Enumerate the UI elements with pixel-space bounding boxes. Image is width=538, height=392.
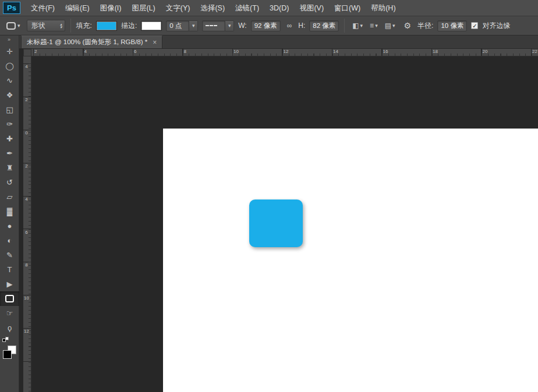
rounded-rectangle-tool[interactable]: [0, 291, 19, 306]
chevron-down-icon[interactable]: ▾: [225, 20, 234, 31]
marquee-tool[interactable]: ◯: [0, 59, 19, 73]
path-operations-button[interactable]: ◧▾: [350, 20, 365, 31]
align-edges-label: 对齐边缘: [482, 21, 510, 31]
default-colors-icon[interactable]: [2, 337, 9, 343]
align-edges-checkbox[interactable]: ✓: [471, 22, 478, 29]
v-ruler-label: 2: [24, 98, 29, 102]
hand-tool[interactable]: ☞: [0, 306, 19, 320]
quick-selection-tool[interactable]: ❖: [0, 88, 19, 102]
dodge-tool[interactable]: ◐: [0, 233, 19, 248]
pasteboard: [20, 49, 538, 392]
brush-tool[interactable]: ✒: [0, 146, 19, 161]
v-ruler-label: 0: [24, 131, 29, 135]
move-tool[interactable]: ✛: [0, 44, 19, 59]
radius-input[interactable]: 10 像素: [437, 20, 467, 31]
v-ruler-label: 6: [24, 230, 29, 234]
h-ruler-label: 8: [184, 49, 186, 54]
menu-filter[interactable]: 滤镜(T): [230, 0, 264, 16]
move-tool-icon: ✛: [6, 48, 13, 55]
spot-healing-tool[interactable]: ✚: [0, 131, 19, 146]
lasso-tool-icon: ∿: [6, 77, 13, 84]
gear-icon[interactable]: ⚙: [402, 19, 414, 32]
gradient-tool[interactable]: ▓: [0, 204, 19, 219]
vertical-ruler[interactable]: 42024681012: [23, 56, 31, 392]
clone-stamp-tool[interactable]: ♜: [0, 161, 19, 175]
height-input[interactable]: 82 像素: [309, 20, 339, 31]
link-dimensions-icon[interactable]: ∞: [285, 20, 295, 31]
menu-file[interactable]: 文件(F): [26, 0, 60, 16]
type-tool[interactable]: T: [0, 262, 19, 277]
document-canvas[interactable]: [163, 129, 538, 392]
tab-title: 未标题-1 @ 100% (圆角矩形 1, RGB/8) *: [27, 38, 147, 47]
zoom-tool[interactable]: ϙ: [0, 320, 19, 335]
v-ruler-label: 10: [24, 296, 29, 300]
menu-items: 文件(F)编辑(E)图像(I)图层(L)文字(Y)选择(S)滤镜(T)3D(D)…: [26, 0, 401, 16]
hand-tool-icon: ☞: [6, 309, 13, 317]
h-ruler-label: 10: [233, 49, 239, 54]
separator: [344, 19, 345, 33]
horizontal-ruler[interactable]: 246810121416182022: [31, 49, 538, 56]
history-brush-tool[interactable]: ↺: [0, 175, 19, 190]
v-ruler-label: 12: [24, 329, 29, 333]
menu-help[interactable]: 帮助(H): [366, 0, 401, 16]
fill-color-swatch[interactable]: [96, 21, 117, 31]
rounded-rectangle-shape[interactable]: [249, 199, 303, 247]
fill-label: 填充:: [76, 21, 92, 31]
rounded-rect-tool-icon: [6, 22, 16, 30]
path-selection-tool[interactable]: ▶: [0, 277, 19, 291]
eyedropper-tool[interactable]: ✑: [0, 117, 19, 131]
document-tab[interactable]: 未标题-1 @ 100% (圆角矩形 1, RGB/8) * ×: [21, 35, 162, 48]
zoom-tool-icon: ϙ: [8, 324, 12, 332]
menu-view[interactable]: 视图(V): [294, 0, 329, 16]
menu-edit[interactable]: 编辑(E): [60, 0, 95, 16]
tools-panel: » ✛◯∿❖◱✑✚✒♜↺▱▓●◐✎T▶☞ϙ: [0, 35, 19, 392]
crop-tool[interactable]: ◱: [0, 102, 19, 117]
tool-mode-value: 形状: [31, 21, 45, 31]
menu-window[interactable]: 窗口(W): [329, 0, 366, 16]
stroke-style-select[interactable]: ▾: [202, 20, 234, 31]
dodge-tool-icon: ◐: [8, 237, 12, 244]
foreground-color-swatch[interactable]: [3, 350, 12, 359]
menu-type[interactable]: 文字(Y): [161, 0, 196, 16]
menu-3d[interactable]: 3D(D): [264, 0, 294, 16]
eraser-tool[interactable]: ▱: [0, 190, 19, 204]
photoshop-window: Ps 文件(F)编辑(E)图像(I)图层(L)文字(Y)选择(S)滤镜(T)3D…: [0, 0, 538, 392]
path-arrange-button[interactable]: ▤▾: [383, 20, 398, 31]
blur-tool[interactable]: ●: [0, 219, 19, 233]
stroke-width-combo[interactable]: 0 点 ▾: [166, 20, 198, 31]
quick-selection-tool-icon: ❖: [6, 91, 13, 99]
clone-stamp-tool-icon: ♜: [6, 164, 13, 172]
eyedropper-tool-icon: ✑: [6, 120, 13, 128]
tool-mode-select[interactable]: 形状 ▴ ▾: [27, 20, 65, 31]
h-ruler-label: 20: [483, 49, 488, 54]
menu-select[interactable]: 选择(S): [195, 0, 230, 16]
dashed-line-icon: [206, 25, 217, 26]
tool-preset-button[interactable]: ▾: [4, 20, 23, 31]
lasso-tool[interactable]: ∿: [0, 73, 19, 88]
menu-layer[interactable]: 图层(L): [126, 0, 160, 16]
app-logo: Ps: [3, 2, 20, 14]
stroke-color-swatch[interactable]: [141, 21, 162, 31]
eraser-tool-icon: ▱: [7, 193, 13, 201]
brush-tool-icon: ✒: [6, 149, 13, 157]
radius-label: 半径:: [417, 21, 433, 31]
path-align-button[interactable]: ≡▾: [367, 20, 380, 31]
stroke-width-value[interactable]: 0 点: [166, 20, 189, 31]
h-ruler-label: 16: [383, 49, 388, 54]
caret-down-icon: ▾: [60, 26, 62, 28]
tab-close-button[interactable]: ×: [153, 38, 157, 47]
blur-tool-icon: ●: [8, 222, 12, 230]
chevron-down-icon[interactable]: ▾: [189, 20, 198, 31]
v-ruler-label: 8: [24, 263, 29, 267]
h-ruler-label: 2: [34, 49, 37, 54]
pen-tool-icon: ✎: [6, 251, 13, 259]
marquee-tool-icon: ◯: [5, 62, 14, 70]
toolbar-collapse-button[interactable]: »: [0, 35, 19, 44]
ruler-origin-corner[interactable]: [23, 49, 31, 56]
pen-tool[interactable]: ✎: [0, 248, 19, 262]
h-ruler-label: 22: [532, 49, 537, 54]
menu-image[interactable]: 图像(I): [95, 0, 127, 16]
width-input[interactable]: 92 像素: [251, 20, 281, 31]
h-ruler-label: 4: [84, 49, 87, 54]
chevron-down-icon: ▾: [375, 23, 378, 28]
